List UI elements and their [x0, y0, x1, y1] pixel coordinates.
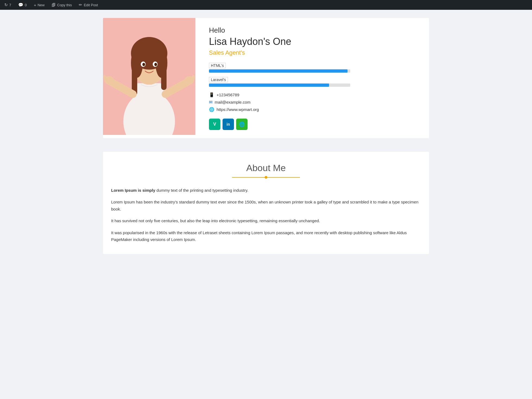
about-paragraph-4: It was popularised in the 1960s with the…	[111, 229, 421, 243]
updates-button[interactable]: ↻ 7	[3, 2, 12, 7]
contact-phone: 📱 +123456789	[209, 92, 421, 97]
divider-dot	[265, 176, 267, 179]
copy-this-button[interactable]: 🗐 Copy this	[51, 3, 73, 7]
skill-html: HTML's	[209, 63, 421, 73]
svg-rect-2	[133, 83, 165, 119]
comments-icon: 💬	[18, 2, 23, 7]
new-label: New	[37, 3, 45, 7]
about-paragraph-2: Lorem Ipsum has been the industry's stan…	[111, 199, 421, 212]
updates-icon: ↻	[4, 2, 8, 7]
skill-laravel: Laravel's	[209, 77, 421, 87]
comments-count: 0	[25, 3, 27, 7]
copy-icon: 🗐	[52, 3, 56, 7]
linkedin-icon: in	[227, 122, 230, 126]
profile-info: Hello Lisa Haydon's One Sales Agent's HT…	[206, 18, 429, 138]
vine-social-button[interactable]: V	[209, 119, 220, 130]
contact-info: 📱 +123456789 ✉ mail@example.com 🌐 https:…	[209, 92, 421, 112]
about-paragraph-1: Lorem Ipsum is simply dummy text of the …	[111, 187, 421, 194]
profile-image-container	[103, 18, 195, 135]
skill-html-bar-bg	[209, 69, 350, 73]
email-icon: ✉	[209, 100, 212, 105]
copy-this-label: Copy this	[57, 3, 72, 7]
skill-laravel-bar-fill	[209, 83, 329, 87]
divider-line-left	[232, 177, 265, 178]
about-divider	[111, 176, 421, 179]
edit-post-button[interactable]: ✏ Edit Post	[78, 2, 99, 7]
svg-rect-9	[161, 60, 167, 90]
skill-laravel-bar-bg	[209, 83, 350, 87]
divider-line-right	[267, 177, 300, 178]
edit-icon: ✏	[79, 2, 82, 7]
linkedin-social-button[interactable]: in	[223, 119, 234, 130]
phone-icon: 📱	[209, 92, 214, 97]
skills-container: HTML's Laravel's	[209, 63, 421, 87]
admin-bar: ↻ 7 💬 0 + New 🗐 Copy this ✏ Edit Post	[0, 0, 532, 10]
skill-html-bar-fill	[209, 69, 348, 73]
skill-html-label: HTML's	[209, 63, 226, 68]
profile-name: Lisa Haydon's One	[209, 36, 421, 47]
page-wrapper: Hello Lisa Haydon's One Sales Agent's HT…	[0, 10, 532, 399]
comments-button[interactable]: 💬 0	[17, 2, 28, 7]
social-icons-container: V in 🌐	[209, 119, 421, 130]
edit-post-label: Edit Post	[84, 3, 98, 7]
about-title: About Me	[111, 163, 421, 173]
vine-icon: V	[213, 122, 216, 127]
globe-social-button[interactable]: 🌐	[236, 119, 248, 130]
about-paragraph-1-rest: dummy text of the printing and typesetti…	[155, 188, 248, 193]
phone-number: +123456789	[217, 92, 239, 97]
email-address: mail@example.com	[215, 100, 251, 104]
about-paragraph-3: It has survived not only five centuries,…	[111, 217, 421, 224]
svg-point-12	[142, 63, 145, 66]
about-paragraph-1-bold: Lorem Ipsum is simply	[111, 188, 155, 193]
greeting-text: Hello	[209, 26, 421, 35]
globe-social-icon: 🌐	[239, 121, 245, 127]
about-section: About Me Lorem Ipsum is simply dummy tex…	[103, 152, 429, 254]
plus-icon: +	[34, 3, 36, 7]
website-icon: 🌐	[209, 107, 214, 112]
contact-website: 🌐 https://www.wpmart.org	[209, 107, 421, 112]
new-button[interactable]: + New	[33, 3, 46, 7]
updates-count: 7	[9, 3, 11, 7]
about-text: Lorem Ipsum is simply dummy text of the …	[111, 187, 421, 243]
profile-section: Hello Lisa Haydon's One Sales Agent's HT…	[103, 18, 429, 138]
skill-laravel-label: Laravel's	[209, 77, 228, 82]
profile-role: Sales Agent's	[209, 49, 421, 56]
website-url: https://www.wpmart.org	[217, 107, 259, 112]
profile-image	[103, 18, 195, 135]
svg-point-13	[154, 63, 157, 66]
contact-email: ✉ mail@example.com	[209, 100, 421, 105]
